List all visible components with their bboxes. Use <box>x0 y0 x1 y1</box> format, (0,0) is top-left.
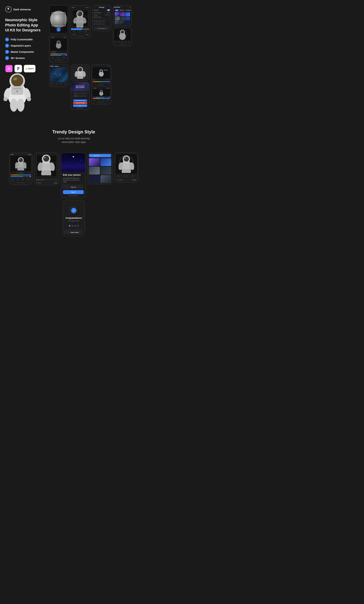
bottom-apply-btn[interactable]: ✓ Apply <box>53 182 57 184</box>
divider-2 <box>93 26 111 26</box>
skip-btn[interactable] <box>55 83 58 86</box>
facebook-login-button[interactable]: Login with Facebook <box>73 100 87 101</box>
crop-filmstrip <box>36 179 54 181</box>
save-changes-button[interactable]: Save Changes <box>94 27 109 30</box>
action-buttons-row <box>50 56 67 60</box>
small-handle[interactable] <box>109 97 110 98</box>
filter-icon-1[interactable] <box>115 41 117 43</box>
bottom-handle[interactable] <box>30 176 31 177</box>
svg-point-19 <box>16 90 18 92</box>
filter-icon-3[interactable] <box>121 41 123 43</box>
small-astronaut <box>98 90 104 96</box>
brightness-label: BRIGHTNESS <box>50 60 67 62</box>
small-tool-2[interactable] <box>98 100 100 101</box>
expand-button[interactable] <box>63 57 65 60</box>
bottom-tool-2[interactable] <box>17 178 20 181</box>
save-label: Save <box>63 37 66 38</box>
bottom-slider[interactable] <box>11 176 30 177</box>
rs-reset-2: Reset <box>94 88 96 88</box>
svg-point-70 <box>124 157 129 162</box>
preset-minus[interactable] <box>105 79 108 81</box>
slider-track-1 <box>50 55 66 55</box>
filter-icon-2[interactable] <box>118 41 120 43</box>
signin-hero: Welcome BackSpace Traveler! <box>71 82 89 91</box>
crop-tool-1[interactable] <box>73 31 75 33</box>
crop-tool-2[interactable] <box>79 31 81 33</box>
seg-icon-2[interactable] <box>125 175 128 178</box>
done-button[interactable]: Done <box>108 66 110 67</box>
location-value: On My Phone <box>104 14 110 15</box>
bottom-icon-row <box>116 175 137 179</box>
apply-button[interactable]: ✓ Apply <box>85 34 88 35</box>
small-tool-3[interactable] <box>102 100 104 101</box>
voice-toggle[interactable] <box>107 12 110 13</box>
play-btn[interactable] <box>51 83 54 86</box>
bottom-crop-screen: ✕ Cancel ✓ Apply <box>34 152 59 185</box>
onboard-forgot-link[interactable]: Forgot password? <box>63 195 84 196</box>
settings-screen: Settings Dark Mode Voice Command Locatio… <box>92 5 111 31</box>
bottom-cancel-btn[interactable]: ✕ Cancel <box>36 182 41 184</box>
dark-mode-toggle[interactable] <box>107 9 110 11</box>
grid-v1 <box>43 155 44 177</box>
congrats-screen: ✓ Congratulations! Your image is saved. … <box>63 200 85 237</box>
password-field[interactable]: Password <box>73 95 87 97</box>
search-bar[interactable]: 🔍 Spaceman <box>89 154 111 157</box>
rs-save-2: Save <box>107 88 109 88</box>
astronaut-svg <box>0 67 35 115</box>
small-tool-4[interactable] <box>107 100 109 101</box>
filter-icon-5[interactable] <box>128 41 130 43</box>
bottom-tool-3[interactable] <box>22 178 25 181</box>
star-6 <box>78 169 78 169</box>
forgot-password-link[interactable]: Forgot password? <box>72 107 88 109</box>
tab-all[interactable]: All <box>115 10 118 11</box>
rotate-button[interactable] <box>52 57 54 60</box>
bottom-tool-1[interactable] <box>12 178 15 181</box>
share-icon-btn[interactable] <box>60 83 63 86</box>
bottom-tool-4[interactable] <box>27 178 30 181</box>
tab-recent[interactable]: Recent <box>119 10 125 11</box>
svg-point-47 <box>100 70 102 72</box>
cancel-button[interactable]: ✕ Cancel <box>72 34 76 35</box>
photo-actions <box>50 82 68 86</box>
aspect-btn[interactable] <box>55 179 58 181</box>
signin-button[interactable]: Sign In <box>73 104 87 107</box>
seg-cancel-btn[interactable]: ✕ Cancel <box>117 179 123 181</box>
more-btn[interactable] <box>64 83 67 86</box>
crop-slider[interactable] <box>71 28 89 30</box>
flip-button[interactable] <box>57 57 60 60</box>
gallery-grid <box>114 12 131 25</box>
voice-cmd-label: Voice Command <box>94 12 101 13</box>
crop-tool-3[interactable] <box>85 31 87 33</box>
thumb-9 <box>125 21 130 24</box>
share-photo-button[interactable]: ↑ Share Photo <box>64 230 83 235</box>
capture-button[interactable] <box>57 28 60 31</box>
search-value: Spaceman <box>93 155 100 156</box>
google-login-button[interactable]: Login with Google <box>73 102 87 104</box>
crop-inner: Reset Save <box>70 6 90 38</box>
knob-small: KNOB <box>93 97 95 98</box>
onboard-screen: ✦ Edit your photos Stunning photo editin… <box>61 152 86 198</box>
text-icon-label: T <box>93 83 93 84</box>
fs-4 <box>40 180 41 180</box>
signup-button[interactable]: Sign Up <box>63 185 84 189</box>
settings-title: Settings <box>93 6 111 9</box>
slider-handle[interactable] <box>66 55 67 56</box>
email-field[interactable]: Email <box>73 92 87 94</box>
small-preview <box>93 89 110 96</box>
bottom-astronaut-area <box>11 156 31 171</box>
onboard-signin-button[interactable]: Sign In <box>63 190 84 194</box>
preset-plus[interactable] <box>108 79 110 81</box>
dark-mode-row: Dark Mode <box>93 9 111 11</box>
seg-icon-3[interactable] <box>132 175 135 178</box>
seg-apply-btn[interactable]: ✓ Apply <box>131 179 136 181</box>
seg-icon-1[interactable] <box>118 175 121 178</box>
check-icon-2: ✓ <box>5 44 9 48</box>
thumb-3 <box>125 12 130 16</box>
search-results-grid <box>89 158 111 183</box>
filter-icon-4[interactable] <box>125 41 127 43</box>
left-panel: Dark Universe Neumorphic StylePhoto Edit… <box>5 5 47 115</box>
bottom-rs-bar: Reset Save <box>11 154 31 155</box>
tab-favorites[interactable]: Favorites <box>125 10 131 11</box>
small-tool-1[interactable] <box>94 100 96 101</box>
search-gallery-screen: 🔍 Spaceman <box>88 152 113 184</box>
